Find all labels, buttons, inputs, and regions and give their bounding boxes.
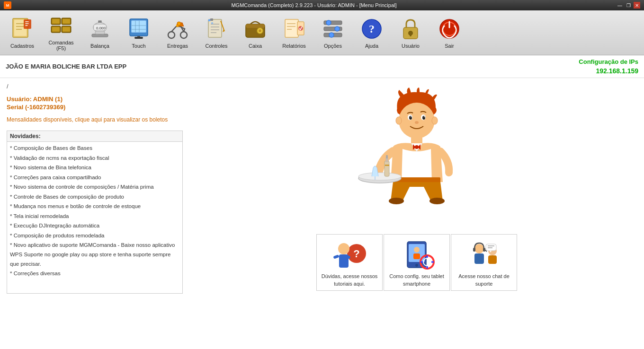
svg-rect-45 xyxy=(246,24,265,28)
svg-rect-88 xyxy=(385,165,389,166)
svg-rect-95 xyxy=(333,254,339,259)
svg-point-59 xyxy=(329,33,334,37)
company-name: JOÃO E MARIA BOLICHE BAR LTDA EPP xyxy=(6,63,126,70)
svg-point-76 xyxy=(415,121,419,124)
svg-rect-5 xyxy=(24,19,31,29)
toolbar-touch[interactable]: Touch xyxy=(120,13,157,53)
svg-point-82 xyxy=(429,198,445,204)
svg-rect-41 xyxy=(211,22,213,24)
toolbar-relatorios[interactable]: Relatórios xyxy=(276,13,313,53)
svg-rect-28 xyxy=(137,36,140,37)
svg-rect-27 xyxy=(134,37,143,39)
tutoriais-icon: ? xyxy=(328,238,371,271)
usuario-label: Usuário xyxy=(402,43,420,49)
restore-button[interactable]: ❐ xyxy=(625,2,632,9)
toolbar-caixa[interactable]: Caixa xyxy=(237,13,274,53)
comandas-label: Comandas (F5) xyxy=(45,40,77,51)
relatorios-icon xyxy=(282,17,306,41)
svg-rect-87 xyxy=(386,155,388,158)
svg-point-74 xyxy=(411,116,411,117)
mascot-area xyxy=(350,87,483,225)
list-item: * Novo sistema de controle de composiçõe… xyxy=(10,183,179,192)
novidades-box: Novidades: * Composição de Bases de Base… xyxy=(7,131,183,294)
svg-point-108 xyxy=(474,244,484,253)
svg-rect-19 xyxy=(95,31,105,34)
svg-text:?: ? xyxy=(369,23,375,35)
company-bar: JOÃO E MARIA BOLICHE BAR LTDA EPP Config… xyxy=(0,55,644,78)
window-controls: — ❐ ✕ xyxy=(617,2,640,9)
toolbar-ajuda[interactable]: ? Ajuda xyxy=(353,13,390,53)
opcoes-label: Opções xyxy=(324,43,342,49)
svg-point-84 xyxy=(358,173,401,180)
main-content: JOÃO E MARIA BOLICHE BAR LTDA EPP Config… xyxy=(0,55,644,349)
entregas-label: Entregas xyxy=(167,43,188,49)
svg-point-90 xyxy=(415,145,419,149)
toolbar-balanca[interactable]: 0.000 Balança xyxy=(81,13,118,53)
mensalidades-link[interactable]: Mensalidades disponíveis, clique aqui pa… xyxy=(7,116,168,123)
ajuda-label: Ajuda xyxy=(365,43,378,49)
touch-label: Touch xyxy=(132,43,145,49)
svg-point-29 xyxy=(168,32,175,38)
minimize-button[interactable]: — xyxy=(617,2,623,9)
sair-label: Sair xyxy=(445,43,454,49)
entregas-icon xyxy=(165,17,190,41)
svg-point-58 xyxy=(335,26,340,31)
toolbar-cadastros[interactable]: Cadastros xyxy=(4,13,41,53)
list-item: * Novo sistema de Bina telefonica xyxy=(10,163,179,173)
toolbar-usuario[interactable]: Usuário xyxy=(392,13,429,53)
list-item: * Composição de produtos remodelada xyxy=(10,231,179,241)
mascot-image xyxy=(350,87,483,225)
svg-rect-110 xyxy=(473,248,475,252)
content-area: / Usuário: ADMIN (1) Serial (-1602739369… xyxy=(0,78,644,349)
svg-point-100 xyxy=(414,247,420,253)
close-button[interactable]: ✕ xyxy=(634,2,640,9)
user-label: Usuário: ADMIN (1) xyxy=(7,96,183,103)
card-tutoriais[interactable]: ? Dúvidas, acesse nossos tutoriais aqui. xyxy=(316,234,383,291)
svg-rect-13 xyxy=(63,27,70,32)
toolbar-comandas[interactable]: Comandas (F5) xyxy=(43,13,80,53)
svg-point-47 xyxy=(259,29,261,32)
svg-rect-109 xyxy=(474,253,484,264)
list-item: * Validação de ncms na exportação fiscal xyxy=(10,154,179,163)
card-chat[interactable]: Acesse nosso chat de suporte xyxy=(451,234,517,291)
svg-rect-33 xyxy=(208,19,222,37)
svg-point-72 xyxy=(409,116,412,120)
relatorios-label: Relatórios xyxy=(282,43,306,49)
svg-rect-64 xyxy=(410,33,411,36)
ip-address: 192.168.1.159 xyxy=(579,67,638,75)
svg-rect-11 xyxy=(52,27,60,32)
card-tablet[interactable]: Como config. seu tablet smartphone xyxy=(384,234,450,291)
controles-label: Controles xyxy=(205,43,227,49)
toolbar-opcoes[interactable]: Opções xyxy=(314,13,351,53)
list-item: * Mudança nos menus e botão de controle … xyxy=(10,202,179,211)
balanca-label: Balança xyxy=(90,43,109,49)
app-icon: M xyxy=(4,1,11,9)
svg-point-57 xyxy=(326,20,331,25)
novidades-content[interactable]: * Composição de Bases de Bases* Validaçã… xyxy=(7,142,182,292)
svg-point-77 xyxy=(396,117,402,124)
svg-rect-113 xyxy=(488,255,497,264)
toolbar-entregas[interactable]: Entregas xyxy=(159,13,196,53)
config-ip-label[interactable]: Configuração de IPs xyxy=(579,58,638,65)
svg-rect-14 xyxy=(92,34,108,37)
cadastros-icon xyxy=(10,17,35,41)
list-item: * Composição de Bases de Bases xyxy=(10,144,179,153)
comandas-icon xyxy=(49,14,73,38)
touch-icon xyxy=(126,17,151,41)
toolbar-controles[interactable]: Controles xyxy=(198,13,235,53)
usuario-icon xyxy=(398,17,423,41)
list-item: * Novo aplicativo de suporte MGMComanda … xyxy=(10,241,179,269)
right-panel: ? Dúvidas, acesse nossos tutoriais aqui. xyxy=(189,78,644,349)
window-title: MGMComanda (Completo) 2.9.223 - Usuário:… xyxy=(11,2,617,8)
svg-text:0.000: 0.000 xyxy=(96,26,106,30)
caixa-icon xyxy=(243,17,268,41)
config-ip-area: Configuração de IPs 192.168.1.159 xyxy=(579,58,638,75)
titlebar: M MGMComanda (Completo) 2.9.223 - Usuári… xyxy=(0,0,644,10)
svg-point-93 xyxy=(338,243,349,254)
toolbar-sair[interactable]: Sair xyxy=(431,13,468,53)
svg-rect-7 xyxy=(52,19,60,24)
svg-point-78 xyxy=(432,117,438,124)
list-item: * Correções diversas xyxy=(10,269,179,279)
svg-rect-101 xyxy=(413,253,420,259)
cadastros-label: Cadastros xyxy=(10,43,34,49)
